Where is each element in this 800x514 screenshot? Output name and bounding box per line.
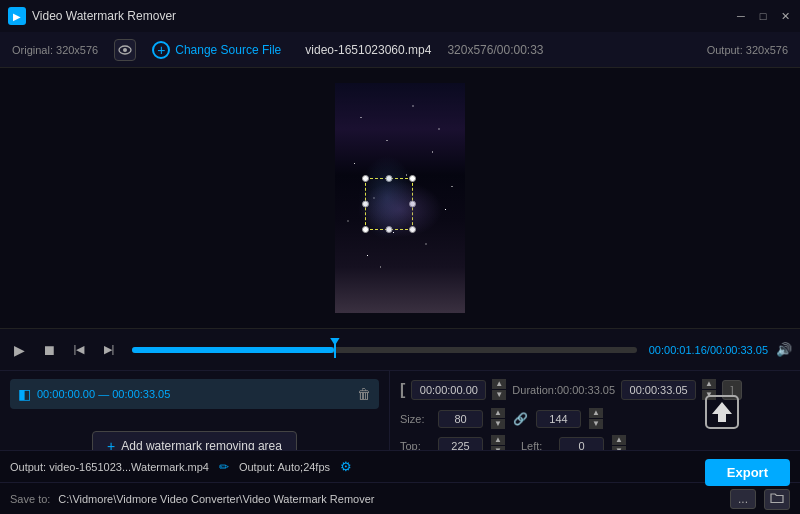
start-time-input[interactable] [411,380,486,400]
output-format-label: Output: Auto;24fps [239,461,330,473]
stop-button[interactable]: ⏹ [38,339,60,361]
width-spinner: ▲ ▼ [491,408,505,429]
output-file-label: Output: video-1651023...Watermark.mp4 [10,461,209,473]
edit-icon[interactable]: ✏ [219,460,229,474]
browse-button[interactable]: ... [730,489,756,509]
maximize-button[interactable]: □ [756,9,770,23]
video-frame [335,83,465,313]
output-size-label: Output: 320x576 [707,44,788,56]
end-time-up[interactable]: ▲ [702,379,716,389]
original-size-label: Original: 320x576 [12,44,98,56]
start-time-down[interactable]: ▼ [492,390,506,400]
width-down[interactable]: ▼ [491,419,505,429]
end-time-input[interactable] [621,380,696,400]
bracket-left: [ [400,381,405,399]
size-width-input[interactable] [438,410,483,428]
timeline-progress [132,347,334,353]
handle-top-right[interactable] [409,175,416,182]
footer-top: Output: video-1651023...Watermark.mp4 ✏ … [0,451,800,483]
minimize-button[interactable]: ─ [734,9,748,23]
clip-icon: ◧ [18,386,31,402]
height-down[interactable]: ▼ [589,419,603,429]
handle-top-left[interactable] [362,175,369,182]
window-controls: ─ □ ✕ [734,9,792,23]
top-up[interactable]: ▲ [491,435,505,445]
footer: Output: video-1651023...Watermark.mp4 ✏ … [0,450,800,514]
timeline-track[interactable] [132,347,637,353]
next-frame-button[interactable]: ▶| [98,339,120,361]
height-up[interactable]: ▲ [589,408,603,418]
app-icon: ▶ [8,7,26,25]
time-display: 00:00:01.16/00:00:33.05 [649,344,768,356]
duration-label: Duration:00:00:33.05 [512,384,615,396]
handle-bottom-left[interactable] [362,226,369,233]
size-label: Size: [400,413,430,425]
open-folder-button[interactable] [764,489,790,510]
file-name-label: video-1651023060.mp4 [305,43,431,57]
svg-point-1 [123,48,127,52]
size-row: Size: ▲ ▼ 🔗 ▲ ▼ [400,408,790,429]
plus-circle-icon: + [152,41,170,59]
handle-middle-right[interactable] [409,201,416,208]
play-button[interactable]: ▶ [8,339,30,361]
handle-bottom-right[interactable] [409,226,416,233]
preview-area [0,68,800,328]
handle-middle-left[interactable] [362,201,369,208]
change-source-button[interactable]: + Change Source File [152,41,281,59]
start-time-spinner: ▲ ▼ [492,379,506,400]
file-info-label: 320x576/00:00:33 [447,43,543,57]
top-bar: Original: 320x576 + Change Source File v… [0,32,800,68]
left-up[interactable]: ▲ [612,435,626,445]
settings-icon[interactable]: ⚙ [340,459,352,474]
footer-bottom: Save to: C:\Vidmore\Vidmore Video Conver… [0,483,800,514]
time-row: [ ▲ ▼ Duration:00:00:33.05 ▲ ▼ ] [400,379,790,400]
bracket-right-button[interactable]: ] [722,380,742,400]
handle-top-middle[interactable] [386,175,393,182]
timeline-thumb[interactable] [334,342,336,358]
size-height-input[interactable] [536,410,581,428]
end-time-spinner: ▲ ▼ [702,379,716,400]
volume-icon[interactable]: 🔊 [776,342,792,357]
handle-bottom-middle[interactable] [386,226,393,233]
height-spinner: ▲ ▼ [589,408,603,429]
save-path-label: C:\Vidmore\Vidmore Video Converter\Video… [58,493,722,505]
close-button[interactable]: ✕ [778,9,792,23]
clip-item: ◧ 00:00:00.00 — 00:00:33.05 🗑 [10,379,379,409]
end-time-down[interactable]: ▼ [702,390,716,400]
start-time-up[interactable]: ▲ [492,379,506,389]
title-bar: ▶ Video Watermark Remover ─ □ ✕ [0,0,800,32]
clip-time-range: 00:00:00.00 — 00:00:33.05 [37,388,357,400]
preview-toggle-button[interactable] [114,39,136,61]
save-to-label: Save to: [10,493,50,505]
selection-box[interactable] [365,178,413,230]
width-up[interactable]: ▲ [491,408,505,418]
clip-delete-button[interactable]: 🗑 [357,386,371,402]
app-title: Video Watermark Remover [32,9,176,23]
export-button[interactable]: Export [705,459,790,486]
timeline-area: ▶ ⏹ |◀ ▶| 00:00:01.16/00:00:33.05 🔊 [0,328,800,370]
prev-frame-button[interactable]: |◀ [68,339,90,361]
link-icon: 🔗 [513,412,528,426]
